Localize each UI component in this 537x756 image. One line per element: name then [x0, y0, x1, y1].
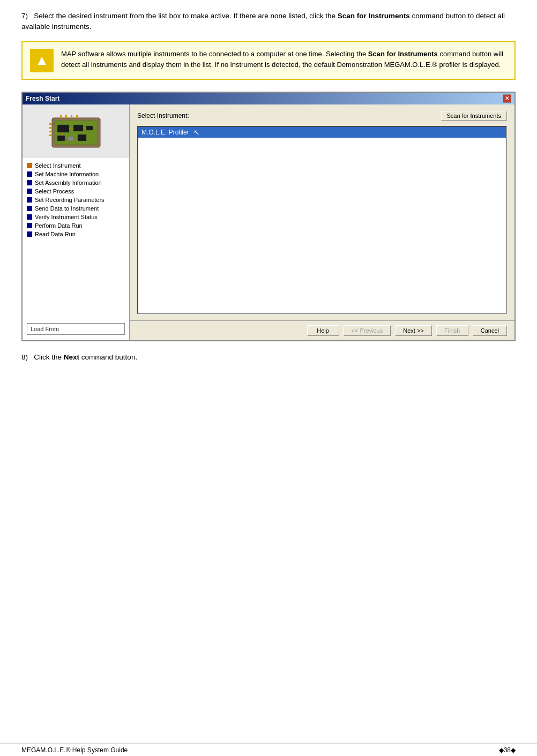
dialog-titlebar: Fresh Start ✕ — [23, 93, 514, 104]
finish-button[interactable]: Finish — [436, 325, 468, 336]
step-8-number: 8) — [21, 353, 28, 361]
info-icon: ▲ — [30, 49, 54, 72]
dialog-sidebar: Select Instrument Set Machine Informatio… — [23, 104, 130, 340]
svg-rect-3 — [73, 125, 83, 131]
step-8-text: 8) Click the Next command button. — [21, 352, 516, 363]
svg-rect-15 — [76, 115, 78, 118]
cancel-button[interactable]: Cancel — [473, 325, 507, 336]
instrument-listbox[interactable]: M.O.L.E. Profiler ↖ — [137, 126, 507, 314]
page-footer: MEGAM.O.L.E.® Help System Guide ◆38◆ — [0, 744, 537, 756]
sidebar-item-set-assembly[interactable]: Set Assembly Information — [23, 178, 129, 187]
load-from-box: Load From — [27, 323, 125, 335]
footer-left: MEGAM.O.L.E.® Help System Guide — [21, 746, 128, 754]
svg-rect-6 — [68, 137, 73, 141]
menu-square-icon — [27, 163, 32, 168]
sidebar-item-label: Set Machine Information — [35, 171, 99, 177]
fresh-start-dialog: Fresh Start ✕ — [21, 92, 516, 341]
dialog-close-button[interactable]: ✕ — [503, 94, 511, 103]
svg-rect-13 — [65, 115, 67, 118]
sidebar-item-set-recording[interactable]: Set Recording Parameters — [23, 196, 129, 204]
menu-square-icon — [27, 197, 32, 203]
menu-square-icon — [27, 214, 32, 220]
menu-square-icon — [27, 231, 32, 237]
svg-rect-8 — [49, 123, 52, 125]
svg-rect-9 — [49, 127, 52, 129]
previous-button[interactable]: << Previous — [344, 325, 391, 336]
step-7-bold: Scan for Instruments — [338, 12, 410, 20]
menu-square-icon — [27, 180, 32, 185]
listbox-item-mole-profiler[interactable]: M.O.L.E. Profiler ↖ — [138, 127, 506, 138]
dialog-footer: Help << Previous Next >> Finish Cancel — [130, 320, 514, 340]
menu-square-icon — [27, 171, 32, 177]
load-from-label: Load From — [31, 326, 59, 332]
svg-rect-7 — [78, 134, 86, 141]
svg-rect-14 — [71, 115, 72, 118]
dialog-title: Fresh Start — [26, 95, 59, 102]
footer-right: ◆38◆ — [499, 746, 516, 754]
sidebar-item-verify-status[interactable]: Verify Instrument Status — [23, 213, 129, 221]
step-7-text: 7) Select the desired instrument from th… — [21, 11, 516, 33]
step-8-intro: Click the — [34, 353, 64, 361]
sidebar-item-send-data[interactable]: Send Data to Instrument — [23, 204, 129, 213]
dialog-body: Select Instrument Set Machine Informatio… — [23, 104, 514, 340]
menu-square-icon — [27, 206, 32, 211]
sidebar-item-set-machine[interactable]: Set Machine Information — [23, 170, 129, 178]
sidebar-item-select-instrument[interactable]: Select Instrument — [23, 161, 129, 170]
select-instrument-label: Select Instrument: — [137, 112, 189, 119]
dialog-main: Select Instrument: Scan for Instruments … — [130, 104, 514, 320]
step-7-intro: Select the desired instrument from the l… — [34, 12, 338, 20]
step-8-outro: command button. — [79, 353, 137, 361]
step-8-bold: Next — [64, 353, 79, 361]
sidebar-item-label: Read Data Run — [35, 231, 76, 237]
sidebar-item-read-run[interactable]: Read Data Run — [23, 230, 129, 238]
info-box: ▲ MAP software allows multiple instrumen… — [21, 41, 516, 80]
cursor-icon: ↖ — [193, 128, 200, 137]
sidebar-item-label: Set Assembly Information — [35, 179, 102, 186]
svg-rect-5 — [57, 136, 65, 141]
sidebar-item-label: Verify Instrument Status — [35, 214, 98, 220]
sidebar-item-label: Send Data to Instrument — [35, 205, 99, 212]
next-button[interactable]: Next >> — [395, 325, 432, 336]
sidebar-menu: Select Instrument Set Machine Informatio… — [23, 158, 129, 242]
sidebar-item-label: Perform Data Run — [35, 222, 83, 229]
svg-rect-12 — [60, 115, 62, 118]
info-box-text: MAP software allows multiple instruments… — [61, 49, 507, 70]
sidebar-item-select-process[interactable]: Select Process — [23, 187, 129, 196]
step-7-number: 7) — [21, 12, 28, 20]
sidebar-item-label: Select Process — [35, 188, 74, 194]
sidebar-item-label: Select Instrument — [35, 162, 81, 169]
menu-square-icon — [27, 189, 32, 194]
svg-rect-11 — [49, 134, 52, 136]
sidebar-item-label: Set Recording Parameters — [35, 197, 105, 203]
instrument-image — [23, 104, 129, 158]
sidebar-item-perform-run[interactable]: Perform Data Run — [23, 221, 129, 230]
svg-rect-2 — [57, 125, 69, 132]
select-instrument-row: Select Instrument: Scan for Instruments — [137, 111, 507, 121]
listbox-item-label: M.O.L.E. Profiler — [141, 129, 189, 136]
svg-rect-4 — [86, 126, 93, 130]
svg-rect-10 — [49, 131, 52, 132]
menu-square-icon — [27, 223, 32, 228]
scan-for-instruments-button[interactable]: Scan for Instruments — [441, 111, 508, 121]
help-button[interactable]: Help — [307, 325, 339, 336]
